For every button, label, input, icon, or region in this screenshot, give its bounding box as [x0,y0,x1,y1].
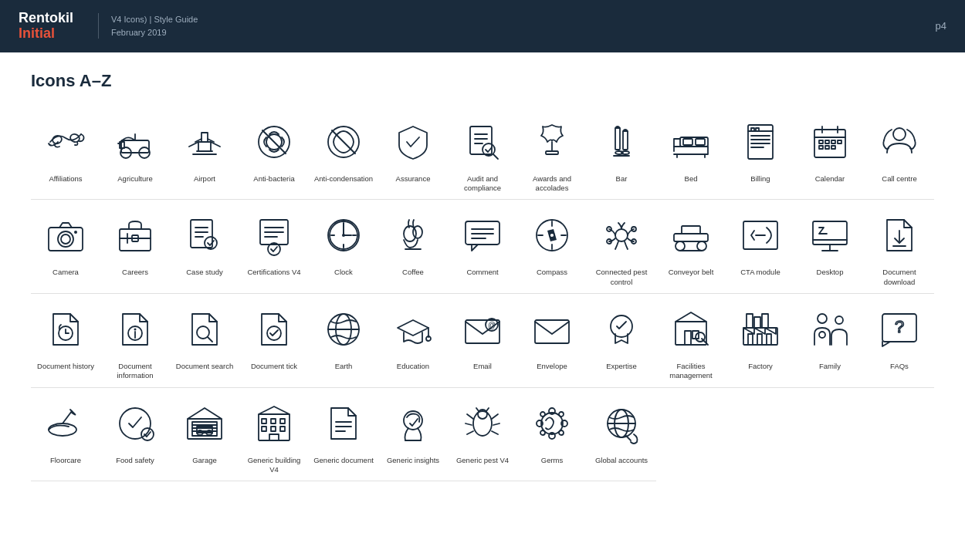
icon-anti-condensation [316,114,371,170]
icon-cell-global-accounts: Global accounts [587,388,656,482]
icon-cell-generic-building: Generic building V4 [239,388,309,482]
icon-cell-coffee: Coffee [378,200,448,294]
svg-point-50 [58,231,73,247]
icon-cell-case-study: Case study [170,200,239,294]
svg-rect-142 [192,422,217,436]
svg-point-139 [120,408,151,439]
icon-generic-insights [385,396,441,451]
icon-doc-tick [246,302,302,357]
label-bar: Bar [616,174,628,184]
page: Rentokil Initial V4 Icons) | Style Guide… [0,0,965,560]
icon-connected-pest [594,207,649,263]
svg-point-178 [540,430,545,435]
icon-factory [733,302,788,357]
icon-assurance [385,114,441,170]
icon-cta-module [733,207,788,263]
icon-germs [524,396,580,451]
label-factory: Factory [748,362,773,371]
svg-point-163 [473,411,492,436]
label-doc-download: Document download [868,268,931,287]
icon-audit [455,114,510,170]
svg-rect-128 [754,317,760,328]
icon-cell-billing: Billing [726,106,795,201]
label-call-centre: Call centre [882,174,916,184]
icon-expertise [594,302,649,357]
icon-cell-assurance: Assurance [378,106,448,201]
label-careers: Careers [122,268,148,277]
icon-generic-document [316,396,371,451]
icon-airport [177,114,232,170]
logo: Rentokil Initial [19,11,73,42]
svg-rect-151 [262,419,266,423]
svg-rect-44 [838,140,841,143]
icon-cell-agriculture: Agriculture [100,106,170,201]
svg-line-170 [492,431,498,434]
icon-desktop [802,207,858,263]
icon-doc-history [38,302,93,357]
svg-rect-89 [674,234,708,241]
icon-cell-expertise: Expertise [587,294,656,388]
svg-point-84 [615,229,628,241]
svg-rect-19 [615,128,620,150]
icon-cell-bar: Bar [587,106,656,201]
svg-rect-26 [696,139,705,145]
icon-cell-anti-bacteria: Anti-bacteria [239,106,309,201]
label-generic-document: Generic document [313,456,374,465]
logo-rentokil: Rentokil [19,11,73,26]
icon-cell-clock: Clock [309,200,378,294]
label-comment: Comment [466,268,498,277]
icon-doc-search [177,302,232,357]
label-generic-building: Generic building V4 [242,456,306,475]
icon-cell-careers: Careers [100,200,170,294]
icon-agriculture [107,114,163,170]
label-cta-module: CTA module [740,268,780,277]
icon-cell-conveyor-belt: Conveyor belt [656,200,726,294]
svg-rect-78 [466,221,499,245]
svg-point-179 [559,430,564,435]
svg-rect-47 [831,146,835,149]
icon-compass [524,207,580,263]
svg-point-52 [74,231,77,234]
icon-clock [316,207,371,263]
label-connected-pest: Connected pest control [590,268,653,287]
svg-point-91 [697,241,706,251]
icon-cell-calendar: Calendar [795,106,865,201]
icon-cell-certifications: Certifications V4 [239,200,309,294]
svg-text:@: @ [488,321,496,329]
svg-rect-132 [767,334,771,345]
icon-cell-facilities: Facilities management [656,294,726,388]
icon-cell-connected-pest: Connected pest control [587,200,656,294]
icon-cell-doc-tick: Document tick [239,294,309,388]
svg-rect-18 [546,151,558,154]
svg-rect-131 [757,334,762,345]
label-garage: Garage [192,456,217,465]
svg-point-134 [835,316,843,324]
svg-rect-36 [756,128,759,131]
label-doc-info: Document information [103,362,167,381]
label-awards: Awards and accolades [520,174,584,194]
label-education: Education [397,362,429,371]
logo-initial: Initial [19,26,73,42]
icon-bar [594,114,649,170]
label-food-safety: Food safety [116,456,154,465]
icon-cell-affiliations: Affiliations [31,106,100,201]
icon-earth [316,302,371,357]
icon-cell-garage: Garage [170,388,239,482]
svg-point-140 [141,428,154,440]
icon-bed [663,114,719,170]
icon-affiliations [38,114,93,170]
label-desktop: Desktop [817,268,844,277]
svg-rect-2 [121,140,149,153]
label-agriculture: Agriculture [117,174,152,184]
icon-cell-faqs: ? FAQs [865,294,934,388]
icon-faqs: ? [872,302,927,357]
icon-cell-generic-pest: Generic pest V4 [448,388,517,482]
svg-rect-20 [623,131,628,150]
icon-cell-generic-document: Generic document [309,388,378,482]
svg-rect-7 [201,133,208,142]
icon-cell-germs: Germs [517,388,587,482]
icon-certifications [246,207,302,263]
svg-rect-97 [813,221,847,245]
icon-cell-doc-download: Document download [865,200,934,294]
label-calendar: Calendar [815,174,845,184]
